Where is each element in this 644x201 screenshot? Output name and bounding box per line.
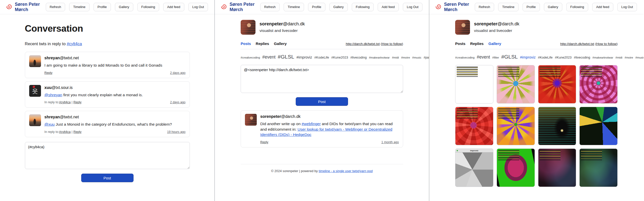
hashtag-link[interactable]: #music <box>635 56 643 59</box>
post-button[interactable]: Post <box>81 174 134 182</box>
hashtag-link[interactable]: #livecoding <box>350 56 367 59</box>
reply-link[interactable]: Reply <box>73 100 81 104</box>
nav-button-timeline[interactable]: Timeline <box>498 3 519 11</box>
app-header: Søren Peter Mørch RefreshTimelineProfile… <box>429 0 643 14</box>
twt-timestamp-link[interactable]: 19 hours ago <box>167 130 186 134</box>
hashtag-link[interactable]: #KodeLife <box>538 56 553 59</box>
gallery-item[interactable] <box>455 107 493 145</box>
hashtag-link[interactable]: #makeartnotwar <box>592 56 613 59</box>
reply-link[interactable]: Reply <box>73 130 81 134</box>
brand-link[interactable]: Søren Peter Mørch <box>436 2 475 12</box>
how-to-follow-link[interactable]: How to follow <box>382 42 402 46</box>
gallery-item[interactable] <box>455 65 493 104</box>
code-overlay <box>457 108 478 119</box>
header-nav: RefreshTimelineProfileGalleryFollowingAd… <box>475 3 637 11</box>
hashtag-link[interactable]: #filter <box>492 56 499 59</box>
nav-button-refresh[interactable]: Refresh <box>46 3 65 11</box>
hashtag-link[interactable]: #event <box>262 55 276 60</box>
hashtag-link[interactable]: #GLSL <box>501 54 518 60</box>
hashtag-link[interactable]: #moire <box>625 56 633 59</box>
feed-url-link[interactable]: http://darch.dk/twtxt.txt <box>560 42 594 46</box>
inline-link[interactable]: @shreyan <box>45 93 62 97</box>
nav-button-add-feed[interactable]: Add feed <box>378 3 399 11</box>
hashtag-link[interactable]: #midi <box>616 56 622 59</box>
reply-composer-textarea[interactable]: (#cylt4ca) <box>25 142 190 169</box>
nav-button-profile[interactable]: Profile <box>523 3 540 11</box>
gallery-item[interactable] <box>497 107 535 145</box>
tab-gallery[interactable]: Gallery <box>488 41 501 46</box>
profile-header: sorenpeter@darch.dk visualist and liveco… <box>455 20 618 35</box>
nav-button-refresh[interactable]: Refresh <box>475 3 494 11</box>
twt-card: shreyan@twtxt.net @xuu Just a Monoid in … <box>25 111 190 137</box>
footer-divider <box>241 164 403 164</box>
inline-link[interactable]: #webfinger <box>302 122 321 126</box>
nav-button-profile[interactable]: Profile <box>94 3 111 11</box>
hashtag-link[interactable]: #KodeLife <box>314 56 329 59</box>
nav-button-log-out[interactable]: Log Out <box>188 3 208 11</box>
in-reply-to-tag-link[interactable]: #cylt4ca <box>59 100 71 104</box>
gallery-item[interactable] <box>497 65 535 104</box>
hashtag-link[interactable]: #makeartnotwar <box>369 56 390 59</box>
nav-button-log-out[interactable]: Log Out <box>403 3 422 11</box>
nav-button-add-feed[interactable]: Add feed <box>592 3 613 11</box>
powered-by-link[interactable]: timeline - a single user twtxt/yarn pod <box>319 169 373 173</box>
nav-button-gallery[interactable]: Gallery <box>329 3 348 11</box>
in-reply-to-tag-link[interactable]: #cylt4ca <box>59 130 71 134</box>
nav-button-following[interactable]: Following <box>566 3 588 11</box>
thread-tag-link[interactable]: #cylt4ca <box>67 41 82 46</box>
brand-link[interactable]: Søren Peter Mørch <box>7 2 46 12</box>
gallery-item[interactable] <box>579 65 618 104</box>
hashtag-link[interactable]: #event <box>477 55 490 60</box>
hashtag-link[interactable]: #music <box>412 56 421 59</box>
hashtag-link[interactable]: #Kune2023 <box>555 56 572 59</box>
nav-button-log-out[interactable]: Log Out <box>617 3 637 11</box>
twt-timestamp-link[interactable]: 1 month ago <box>381 140 399 144</box>
nav-button-gallery[interactable]: Gallery <box>115 3 133 11</box>
hashtag-link[interactable]: #creativecoding <box>455 56 475 59</box>
gallery-item[interactable] <box>538 107 576 145</box>
reply-link[interactable]: Reply <box>260 140 268 144</box>
nav-button-gallery[interactable]: Gallery <box>544 3 562 11</box>
hashtag-link[interactable]: #livecoding <box>574 56 590 59</box>
twt-timestamp-link[interactable]: 2 days ago <box>170 71 185 75</box>
post-composer-textarea[interactable]: @<sorenpeter http://darch.dk/twtxt.txt> <box>241 65 403 93</box>
post-button[interactable]: Post <box>296 97 348 106</box>
inline-link[interactable]: @xuu <box>45 122 55 126</box>
reply-link[interactable]: Reply <box>45 71 53 75</box>
nav-button-add-feed[interactable]: Add feed <box>163 3 184 11</box>
body-text: Just a Monoid in the category of Endofun… <box>55 122 172 126</box>
gallery-item[interactable] <box>497 148 535 187</box>
nav-button-timeline[interactable]: Timeline <box>69 3 90 11</box>
nav-button-following[interactable]: Following <box>137 3 159 11</box>
gallery-item[interactable]: improviz <box>455 148 493 187</box>
gallery-item[interactable] <box>538 148 576 187</box>
gallery-item[interactable] <box>579 148 618 187</box>
app: Søren Peter Mørch RefreshTimelineProfile… <box>0 0 644 201</box>
hashtag-link[interactable]: #paintOver <box>424 56 429 59</box>
hashtag-link[interactable]: #creativecoding <box>241 56 260 59</box>
tab-replies[interactable]: Replies <box>256 41 269 46</box>
tab-gallery[interactable]: Gallery <box>274 41 287 46</box>
hashtag-link[interactable]: #moire <box>401 56 410 59</box>
nav-button-following[interactable]: Following <box>352 3 374 11</box>
nav-button-profile[interactable]: Profile <box>308 3 325 11</box>
nav-button-timeline[interactable]: Timeline <box>284 3 304 11</box>
hashtag-link[interactable]: #improviz <box>520 55 536 59</box>
hashtag-link[interactable]: #improviz <box>296 55 312 59</box>
profile-main: sorenpeter@darch.dk visualist and liveco… <box>455 14 618 187</box>
hashtag-link[interactable]: #Kune2023 <box>331 56 348 59</box>
feed-url-link[interactable]: http://darch.dk/twtxt.txt <box>346 42 380 46</box>
tab-posts[interactable]: Posts <box>241 41 251 46</box>
gallery-item[interactable] <box>579 107 618 145</box>
hashtag-link[interactable]: #GLSL <box>278 54 294 60</box>
tab-replies[interactable]: Replies <box>470 41 484 46</box>
how-to-follow-link[interactable]: How to follow <box>596 42 616 46</box>
brand-link[interactable]: Søren Peter Mørch <box>221 2 260 12</box>
tab-posts[interactable]: Posts <box>455 41 465 46</box>
app-header: Søren Peter Mørch RefreshTimelineProfile… <box>0 0 214 14</box>
hashtag-link[interactable]: #midi <box>392 56 399 59</box>
twt-timestamp-link[interactable]: 2 days ago <box>170 100 185 104</box>
profile-bio: visualist and livecoder <box>474 28 519 33</box>
nav-button-refresh[interactable]: Refresh <box>260 3 280 11</box>
gallery-item[interactable] <box>538 65 576 104</box>
